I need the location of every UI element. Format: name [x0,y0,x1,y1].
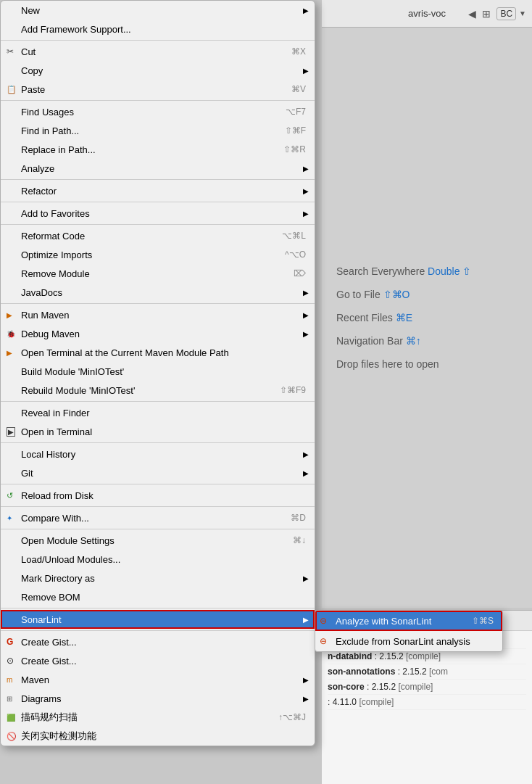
menu-item-new[interactable]: New [1,1,315,20]
menu-item-git[interactable]: Git [1,463,315,482]
minus-circle-analyze-icon: ⊖ [320,616,327,626]
menu-item-open-terminal-maven[interactable]: ▶ Open Terminal at the Current Maven Mod… [1,343,315,362]
menu-item-reveal-finder[interactable]: Reveal in Finder [1,403,315,422]
cut-icon: ✂ [7,46,14,57]
submenu-item-exclude-sonarlint[interactable]: ⊖ Exclude from SonarLint analysis [315,631,502,651]
separator [1,202,315,202]
bc-label: BC [496,7,516,20]
menu-item-rebuild-module[interactable]: Rebuild Module 'MinIOTest' ⇧⌘F9 [1,381,315,400]
maven-icon: m [7,676,12,684]
menu-item-run-maven[interactable]: ▶ Run Maven [1,305,315,324]
menu-item-copy[interactable]: Copy [1,61,315,80]
menu-item-find-usages[interactable]: Find Usages ⌥F7 [1,102,315,121]
separator [1,224,315,225]
separator [1,401,315,402]
reload-icon: ↺ [7,491,13,500]
menu-item-remove-bom[interactable]: Remove BOM [1,587,315,606]
hint-drop-files: Drop files here to open [336,358,518,370]
separator [1,179,315,180]
menu-item-compare-with[interactable]: ✦ Compare With... ⌘D [1,508,315,527]
menu-item-reload-disk[interactable]: ↺ Reload from Disk [1,486,315,505]
menu-item-create-gist-red[interactable]: G Create Gist... [1,632,315,651]
github-icon: ⊙ [7,656,14,666]
menu-item-remove-module[interactable]: Remove Module ⌦ [1,264,315,283]
submenu-item-analyze-sonarlint[interactable]: ⊖ Analyze with SonarLint ⇧⌘S [315,611,502,631]
terminal-icon: ▶ [7,427,15,437]
menu-item-maven[interactable]: m Maven [1,670,315,689]
separator [1,484,315,484]
menu-item-load-unload-modules[interactable]: Load/Unload Modules... [1,550,315,569]
run-maven-icon: ▶ [7,311,12,319]
dep-item: son-annotations : 2.15.2 [com [328,664,526,680]
minus-circle-exclude-icon: ⊖ [320,636,327,646]
hint-goto-file: Go to File ⇧⌘O [336,289,518,300]
menu-item-mark-directory[interactable]: Mark Directory as [1,569,315,587]
window-title: avris-voc [408,8,446,19]
menu-item-open-terminal[interactable]: ▶ Open in Terminal [1,422,315,441]
menu-item-close-realtime[interactable]: 🚫 关闭实时检测功能 [1,727,315,746]
menu-item-sonarlint[interactable]: SonarLint [1,610,315,629]
menu-item-add-framework[interactable]: Add Framework Support... [1,20,315,38]
menu-item-local-history[interactable]: Local History [1,445,315,463]
menu-item-debug-maven[interactable]: 🐞 Debug Maven [1,324,315,343]
back-icon[interactable]: ◀ [468,8,476,20]
compare-icon: ✦ [7,514,12,522]
hint-nav-bar: Navigation Bar ⌘↑ [336,335,518,347]
ide-main-area: Search Everywhere Double ⇧ Go to File ⇧⌘… [322,28,532,608]
menu-item-optimize-imports[interactable]: Optimize Imports ^⌥O [1,245,315,264]
menu-item-refactor[interactable]: Refactor [1,181,315,200]
debug-maven-icon: 🐞 [7,330,15,338]
separator [1,40,315,41]
menu-item-diagrams[interactable]: ⊞ Diagrams [1,689,315,708]
separator [1,608,315,608]
hint-search: Search Everywhere Double ⇧ [336,265,518,277]
diagrams-icon: ⊞ [7,695,12,703]
menu-item-find-in-path[interactable]: Find in Path... ⇧⌘F [1,121,315,140]
forward-icon[interactable]: ⊞ [482,8,491,20]
menu-item-replace-in-path[interactable]: Replace in Path... ⇧⌘R [1,140,315,159]
separator [1,506,315,507]
menu-item-javadocs[interactable]: JavaDocs [1,283,315,302]
menu-item-add-favorites[interactable]: Add to Favorites [1,204,315,223]
menu-item-code-scan[interactable]: 🟩 描码规约扫描 ↑⌥⌘J [1,708,315,727]
separator [1,529,315,529]
dep-item: : 4.11.0 [compile] [328,695,526,710]
menu-item-analyze[interactable]: Analyze [1,159,315,178]
sonarlint-submenu: ⊖ Analyze with SonarLint ⇧⌘S ⊖ Exclude f… [315,610,503,652]
maven-terminal-icon: ▶ [7,349,12,357]
separator [1,442,315,443]
separator [1,630,315,631]
menu-item-cut[interactable]: ✂ Cut ⌘X [1,42,315,61]
top-bar: avris-voc ◀ ⊞ BC ▼ [322,0,532,28]
hint-recent-files: Recent Files ⌘E [336,312,518,323]
menu-item-open-module-settings[interactable]: Open Module Settings ⌘↓ [1,531,315,550]
gist-red-icon: G [7,637,13,647]
no-entry-icon: 🚫 [7,732,17,741]
top-bar-icons: ◀ ⊞ BC ▼ [468,7,526,20]
menu-item-paste[interactable]: 📋 Paste ⌘V [1,80,315,99]
menu-item-build-module[interactable]: Build Module 'MinIOTest' [1,362,315,381]
dropdown-icon[interactable]: ▼ [519,9,526,17]
separator [1,100,315,101]
menu-item-reformat-code[interactable]: Reformat Code ⌥⌘L [1,226,315,245]
dep-item: son-core : 2.15.2 [compile] [328,680,526,695]
context-menu: New Add Framework Support... ✂ Cut ⌘X Co… [0,0,315,746]
paste-icon: 📋 [7,85,17,94]
scan-icon: 🟩 [7,714,15,722]
separator [1,303,315,304]
menu-item-create-gist-github[interactable]: ⊙ Create Gist... [1,651,315,670]
